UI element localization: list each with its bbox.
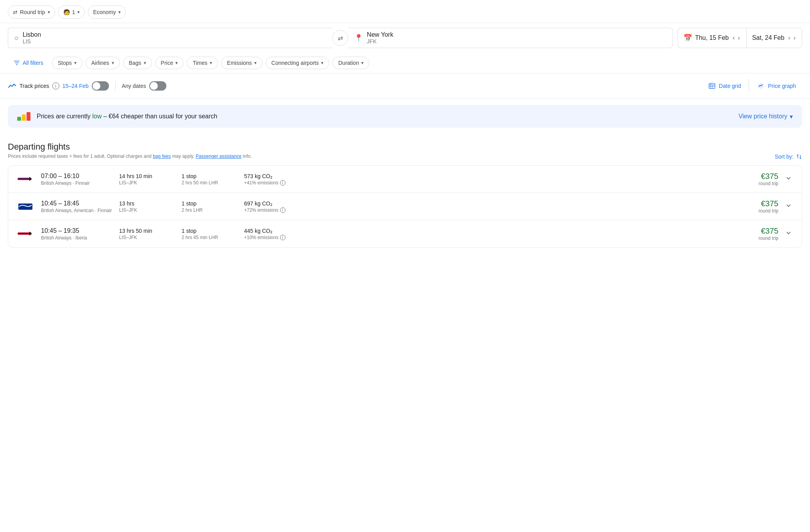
- flight-stops-2: 1 stop: [182, 200, 244, 207]
- table-row[interactable]: 10:45 – 19:35 British Airways · Iberia 1…: [8, 220, 802, 247]
- price-level-icon: [17, 112, 30, 121]
- flight-stops-1: 1 stop: [182, 173, 244, 179]
- origin-field[interactable]: ○ Lisbon LIS: [8, 28, 332, 48]
- departing-section: Departing flights Prices include require…: [0, 134, 810, 248]
- passenger-assistance-link[interactable]: Passenger assistance: [196, 154, 241, 159]
- british-airways-logo-1: [17, 174, 34, 185]
- bags-filter-button[interactable]: Bags ▾: [123, 57, 152, 69]
- passengers-button[interactable]: 🧑 1 ▾: [58, 5, 85, 19]
- price-alert-banner: Prices are currently low – €64 cheaper t…: [8, 105, 802, 128]
- expand-flight-1-button[interactable]: [783, 173, 794, 186]
- flight-emissions-section-3: 445 kg CO₂ +10% emissions i: [244, 228, 743, 240]
- flight-duration-1: 14 hrs 10 min: [119, 173, 182, 179]
- destination-field[interactable]: 📍 New York JFK: [348, 28, 673, 48]
- destination-icon: 📍: [354, 34, 363, 42]
- view-history-chevron: ▾: [790, 113, 793, 120]
- flight-price-1: €375: [761, 172, 779, 181]
- airline-logo-1: [16, 173, 35, 186]
- passengers-chevron: ▾: [77, 9, 80, 15]
- trip-type-label: Round trip: [20, 9, 45, 15]
- duration-filter-button[interactable]: Duration ▾: [332, 57, 369, 69]
- airline-logo-2: [16, 200, 35, 213]
- return-next-button[interactable]: ›: [793, 34, 796, 42]
- flight-duration-3: 13 hrs 50 min: [119, 228, 182, 234]
- depart-next-button[interactable]: ›: [737, 34, 740, 42]
- track-prices-icon: [8, 82, 16, 89]
- swap-button[interactable]: ⇄: [332, 30, 348, 46]
- bag-fees-link[interactable]: bag fees: [153, 154, 171, 159]
- airlines-chevron: ▾: [112, 60, 114, 66]
- connecting-airports-chevron: ▾: [321, 60, 323, 66]
- origin-city: Lisbon: [23, 31, 41, 38]
- price-filter-button[interactable]: Price ▾: [155, 57, 184, 69]
- passengers-count: 1: [72, 9, 75, 15]
- flight-price-section-2: €375 round trip: [743, 199, 778, 214]
- depart-prev-button[interactable]: ‹: [732, 34, 735, 42]
- flight-route-1: LIS–JFK: [119, 180, 182, 186]
- flight-time-1: 07:00 – 16:10: [41, 173, 119, 180]
- flight-emissions-pct-2: +72% emissions i: [244, 207, 743, 213]
- return-date-field[interactable]: Sat, 24 Feb ‹ ›: [746, 28, 802, 48]
- track-prices-info-button[interactable]: i: [52, 82, 59, 89]
- flight-price-3: €375: [761, 227, 779, 236]
- times-filter-button[interactable]: Times ▾: [187, 57, 218, 69]
- flight-emissions-2: 697 kg CO₂: [244, 200, 743, 207]
- top-bar: ⇄ Round trip ▾ 🧑 1 ▾ Economy ▾: [0, 0, 810, 23]
- sort-button[interactable]: Sort by:: [775, 154, 802, 160]
- flight-duration-section-3: 13 hrs 50 min LIS–JFK: [119, 228, 182, 240]
- trip-type-chevron: ▾: [48, 9, 50, 15]
- depart-date-field[interactable]: 📅 Thu, 15 Feb ‹ ›: [678, 28, 746, 48]
- flight-price-label-1: round trip: [758, 181, 778, 186]
- filters-bar: All filters Stops ▾ Airlines ▾ Bags ▾ Pr…: [0, 53, 810, 73]
- destination-city: New York: [367, 31, 393, 38]
- view-price-history-label: View price history: [739, 113, 787, 120]
- view-tools-separator: [749, 79, 749, 93]
- british-airways-logo-3: [17, 229, 34, 239]
- any-dates-toggle[interactable]: [149, 81, 166, 91]
- emissions-chevron: ▾: [254, 60, 257, 66]
- svg-rect-8: [18, 204, 32, 210]
- origin-icon: ○: [14, 34, 19, 42]
- swap-icon: ⇄: [338, 34, 343, 42]
- svg-rect-0: [709, 83, 715, 88]
- flight-emissions-section-2: 697 kg CO₂ +72% emissions i: [244, 200, 743, 213]
- emissions-info-2[interactable]: i: [280, 207, 285, 213]
- expand-flight-3-button[interactable]: [783, 227, 794, 240]
- stops-filter-button[interactable]: Stops ▾: [52, 57, 82, 69]
- expand-flight-2-button[interactable]: [783, 200, 794, 213]
- destination-code: JFK: [367, 38, 393, 45]
- flight-duration-section-2: 13 hrs LIS–JFK: [119, 200, 182, 213]
- track-prices-bar: Track prices i 15–24 Feb Any dates Date …: [0, 73, 810, 99]
- table-row[interactable]: 07:00 – 16:10 British Airways · Finnair …: [8, 166, 802, 193]
- date-grid-button[interactable]: Date grid: [702, 79, 748, 93]
- emissions-filter-button[interactable]: Emissions ▾: [221, 57, 262, 69]
- class-button[interactable]: Economy ▾: [88, 5, 125, 19]
- calendar-icon: 📅: [683, 34, 692, 42]
- view-price-history-button[interactable]: View price history ▾: [739, 113, 793, 120]
- flight-route-2: LIS–JFK: [119, 207, 182, 213]
- all-filters-button[interactable]: All filters: [8, 57, 49, 69]
- connecting-airports-label: Connecting airports: [271, 60, 319, 66]
- flight-emissions-3: 445 kg CO₂: [244, 228, 743, 234]
- subtitle-end: info.: [243, 154, 252, 159]
- trip-type-button[interactable]: ⇄ Round trip ▾: [8, 5, 55, 19]
- toggle-knob: [93, 82, 100, 90]
- emissions-info-3[interactable]: i: [280, 235, 285, 240]
- airlines-filter-button[interactable]: Airlines ▾: [86, 57, 120, 69]
- flight-list: 07:00 – 16:10 British Airways · Finnair …: [8, 165, 802, 248]
- emissions-info-1[interactable]: i: [280, 180, 285, 186]
- emissions-filter-label: Emissions: [227, 60, 252, 66]
- flight-stop-detail-3: 2 hrs 45 min LHR: [182, 235, 244, 240]
- flight-price-section-1: €375 round trip: [743, 172, 778, 186]
- svg-rect-10: [18, 233, 29, 234]
- flight-stops-3: 1 stop: [182, 228, 244, 234]
- return-prev-button[interactable]: ‹: [787, 34, 791, 42]
- track-prices-toggle[interactable]: [92, 81, 109, 91]
- destination-text: New York JFK: [367, 31, 393, 45]
- airlines-filter-label: Airlines: [91, 60, 109, 66]
- airline-logo-3: [16, 228, 35, 240]
- table-row[interactable]: 10:45 – 18:45 British Airways, American …: [8, 193, 802, 220]
- class-label: Economy: [93, 9, 116, 15]
- connecting-airports-filter-button[interactable]: Connecting airports ▾: [266, 57, 329, 69]
- price-graph-button[interactable]: Price graph: [751, 79, 802, 93]
